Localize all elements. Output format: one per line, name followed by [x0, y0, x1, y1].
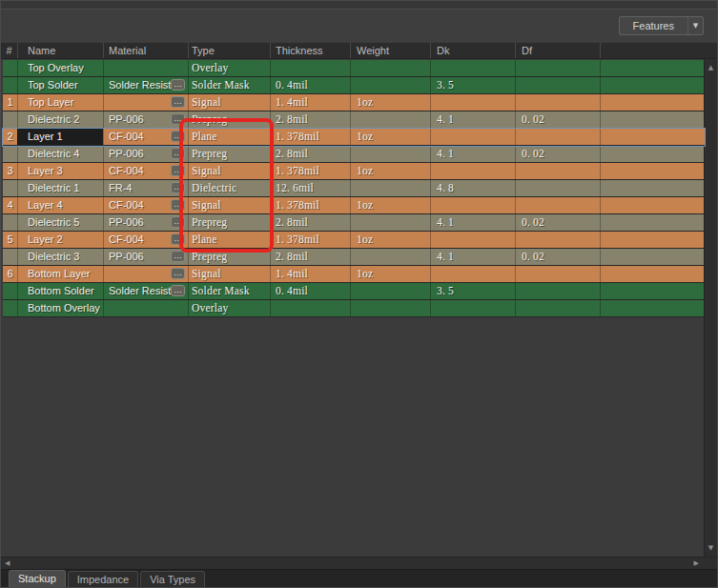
df-cell[interactable]: 0. 02	[515, 112, 600, 128]
layer-name-cell[interactable]: Dielectric 1	[17, 180, 103, 196]
type-cell[interactable]: Prepreg	[188, 146, 270, 162]
material-picker-button[interactable]: …	[171, 216, 185, 228]
thickness-cell[interactable]: 1. 378mil	[270, 129, 350, 145]
tab-via-types[interactable]: Via Types	[140, 571, 205, 587]
table-row[interactable]: Dielectric 3PP-006…Prepreg2. 8mil4. 10. …	[3, 249, 705, 266]
thickness-cell[interactable]: 0. 4mil	[270, 77, 350, 93]
table-row[interactable]: 5Layer 2CF-004…Plane1. 378mil1oz	[3, 232, 705, 249]
layer-name-cell[interactable]: Layer 1	[17, 129, 103, 145]
layer-name-cell[interactable]: Bottom Layer	[17, 266, 103, 282]
layer-name-cell[interactable]: Dielectric 3	[17, 249, 103, 265]
material-picker-button[interactable]: …	[171, 148, 185, 159]
column-header-weight[interactable]: Weight	[350, 43, 430, 58]
weight-cell[interactable]: 1oz	[350, 232, 430, 248]
thickness-cell[interactable]: 1. 4mil	[270, 266, 350, 282]
dk-cell[interactable]	[430, 232, 515, 248]
material-picker-button[interactable]: …	[171, 131, 185, 142]
weight-cell[interactable]: 1oz	[350, 94, 430, 111]
dk-cell[interactable]	[430, 163, 515, 179]
layer-name-cell[interactable]: Bottom Overlay	[17, 300, 103, 316]
type-cell[interactable]: Overlay	[188, 300, 270, 316]
table-row[interactable]: 3Layer 3CF-004…Signal1. 378mil1oz	[3, 163, 705, 180]
thickness-cell[interactable]: 2. 8mil	[270, 146, 350, 162]
dk-cell[interactable]	[430, 197, 515, 213]
type-cell[interactable]: Plane	[188, 232, 270, 248]
weight-cell[interactable]	[350, 146, 430, 162]
material-cell[interactable]: FR-4…	[103, 180, 188, 196]
material-picker-button[interactable]: …	[171, 199, 185, 211]
table-row[interactable]: Dielectric 2PP-006…Prepreg2. 8mil4. 10. …	[3, 112, 705, 129]
df-cell[interactable]	[515, 163, 600, 179]
layer-name-cell[interactable]: Layer 4	[17, 197, 103, 213]
weight-cell[interactable]	[350, 249, 430, 265]
layer-name-cell[interactable]: Dielectric 5	[17, 214, 103, 231]
material-cell[interactable]	[103, 300, 188, 316]
material-cell[interactable]: …	[103, 94, 188, 111]
thickness-cell[interactable]: 1. 378mil	[270, 197, 350, 213]
type-cell[interactable]: Solder Mask	[188, 283, 270, 299]
material-cell[interactable]: CF-004…	[103, 232, 188, 248]
table-row[interactable]: 4Layer 4CF-004…Signal1. 378mil1oz	[3, 197, 705, 214]
layer-name-cell[interactable]: Top Solder	[17, 77, 103, 93]
type-cell[interactable]: Signal	[188, 163, 270, 179]
type-cell[interactable]: Dielectric	[188, 180, 270, 196]
thickness-cell[interactable]: 2. 8mil	[270, 112, 350, 128]
column-header-thickness[interactable]: Thickness	[270, 43, 350, 58]
material-picker-button[interactable]: …	[171, 165, 185, 176]
layer-name-cell[interactable]: Bottom Solder	[17, 283, 103, 299]
column-header-dk[interactable]: Dk	[430, 43, 515, 58]
weight-cell[interactable]: 1oz	[350, 197, 430, 213]
type-cell[interactable]: Overlay	[188, 60, 270, 76]
weight-cell[interactable]	[350, 60, 430, 76]
material-picker-button[interactable]: …	[171, 113, 185, 125]
tab-impedance[interactable]: Impedance	[68, 571, 138, 587]
material-cell[interactable]: Solder Resist…	[103, 77, 188, 93]
df-cell[interactable]: 0. 02	[515, 214, 600, 231]
weight-cell[interactable]	[350, 180, 430, 196]
scroll-right-icon[interactable]: ▶	[694, 559, 699, 567]
df-cell[interactable]	[515, 129, 600, 145]
tab-stackup[interactable]: Stackup	[9, 570, 66, 587]
vertical-scrollbar[interactable]: ▲ ▼	[704, 59, 717, 557]
df-cell[interactable]	[515, 283, 600, 299]
dk-cell[interactable]	[430, 60, 515, 76]
weight-cell[interactable]	[350, 112, 430, 128]
thickness-cell[interactable]: 1. 4mil	[270, 94, 350, 111]
material-picker-button[interactable]: …	[171, 285, 185, 296]
table-row[interactable]: Dielectric 4PP-006…Prepreg2. 8mil4. 10. …	[3, 146, 705, 163]
table-row[interactable]: Dielectric 1FR-4…Dielectric12. 6mil4. 8	[3, 180, 705, 197]
dk-cell[interactable]	[430, 94, 515, 111]
thickness-cell[interactable]: 12. 6mil	[270, 180, 350, 196]
table-row[interactable]: Bottom OverlayOverlay	[3, 300, 705, 317]
layer-name-cell[interactable]: Top Overlay	[17, 60, 103, 76]
layer-name-cell[interactable]: Layer 3	[17, 163, 103, 179]
dk-cell[interactable]: 4. 1	[430, 214, 515, 231]
table-row[interactable]: 2Layer 1CF-004…Plane1. 378mil1oz	[3, 129, 705, 146]
table-row[interactable]: Bottom SolderSolder Resist…Solder Mask0.…	[3, 283, 705, 300]
thickness-cell[interactable]: 1. 378mil	[270, 232, 350, 248]
type-cell[interactable]: Prepreg	[188, 249, 270, 265]
df-cell[interactable]: 0. 02	[515, 249, 600, 265]
weight-cell[interactable]: 1oz	[350, 266, 430, 282]
dk-cell[interactable]: 4. 1	[430, 249, 515, 265]
weight-cell[interactable]	[350, 283, 430, 299]
df-cell[interactable]	[515, 197, 600, 213]
dk-cell[interactable]: 4. 1	[430, 112, 515, 128]
dk-cell[interactable]: 3. 5	[430, 77, 515, 93]
column-header-df[interactable]: Df	[515, 43, 600, 58]
type-cell[interactable]: Signal	[188, 94, 270, 111]
df-cell[interactable]	[515, 60, 600, 76]
weight-cell[interactable]	[350, 214, 430, 231]
weight-cell[interactable]	[350, 77, 430, 93]
df-cell[interactable]	[515, 180, 600, 196]
thickness-cell[interactable]: 0. 4mil	[270, 283, 350, 299]
weight-cell[interactable]	[350, 300, 430, 316]
df-cell[interactable]	[515, 232, 600, 248]
column-header-material[interactable]: Material	[103, 43, 188, 58]
material-picker-button[interactable]: …	[171, 96, 185, 108]
column-header-name[interactable]: Name	[17, 43, 103, 58]
dk-cell[interactable]	[430, 266, 515, 282]
column-header-index[interactable]: #	[1, 43, 17, 58]
type-cell[interactable]: Solder Mask	[188, 77, 270, 93]
material-cell[interactable]	[103, 60, 188, 76]
